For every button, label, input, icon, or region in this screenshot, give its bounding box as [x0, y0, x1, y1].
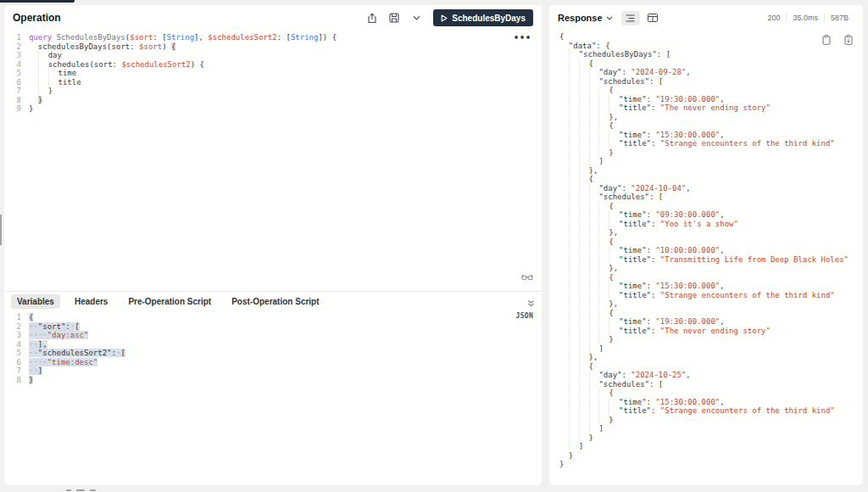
chevron-down-icon[interactable] — [408, 9, 425, 26]
tab-headers[interactable]: Headers — [69, 294, 114, 309]
run-operation-button[interactable]: SchedulesByDays — [433, 9, 533, 26]
run-operation-label: SchedulesByDays — [452, 14, 526, 23]
response-panel: Response 200 35.0ms 587B — [549, 5, 863, 485]
collapse-panel-icon[interactable] — [527, 295, 535, 310]
chevron-down-icon — [606, 16, 613, 20]
table-view-icon[interactable] — [643, 11, 662, 25]
bottom-bar-mark — [90, 489, 96, 491]
copy-icon[interactable] — [843, 34, 854, 46]
variables-editor[interactable]: JSON 1{2··"sort":·[3····"day:asc"4··],5·… — [4, 310, 542, 384]
response-corner-actions — [821, 34, 854, 46]
variables-code-lines: 1{2··"sort":·[3····"day:asc"4··],5··"sch… — [4, 313, 542, 384]
sidebar-drag-handle[interactable] — [0, 215, 2, 245]
tab-post-operation-script[interactable]: Post-Operation Script — [225, 294, 325, 309]
response-title: Response — [558, 13, 603, 23]
tab-variables[interactable]: Variables — [11, 294, 60, 309]
query-code-lines: 1query SchedulesByDays($sort: [String], … — [4, 33, 542, 114]
clipboard-icon[interactable] — [821, 34, 832, 46]
tab-pre-operation-script[interactable]: Pre-Operation Script — [122, 294, 217, 309]
status-code: 200 — [761, 14, 786, 22]
response-json-lines: { "data": { "schedulesByDays": [ { "day"… — [559, 32, 863, 469]
bottom-bar-mark — [76, 489, 85, 491]
language-badge: JSON — [516, 312, 533, 321]
bottom-bar-mark — [66, 489, 71, 491]
response-time: 35.0ms — [786, 14, 824, 22]
query-editor[interactable]: ••• 1query SchedulesByDays($sort: [Strin… — [4, 31, 542, 291]
operation-title: Operation — [13, 12, 61, 24]
response-body[interactable]: { "data": { "schedulesByDays": [ { "day"… — [549, 31, 863, 469]
operation-header: Operation SchedulesByDays — [4, 5, 542, 31]
prettify-icon[interactable] — [621, 11, 640, 25]
save-icon[interactable] — [386, 9, 403, 26]
play-icon — [441, 14, 448, 22]
glasses-icon[interactable] — [521, 273, 533, 283]
operation-panel: Operation SchedulesByDays ••• 1query Sch… — [4, 5, 542, 485]
response-stats: 200 35.0ms 587B — [761, 14, 854, 22]
editor-menu-icon[interactable]: ••• — [514, 34, 531, 43]
bottom-bar-fragment — [0, 485, 868, 492]
app-window: { "chrome": { "top_tab_fragment": "activ… — [0, 0, 868, 492]
response-dropdown[interactable]: Response — [558, 13, 613, 23]
share-icon[interactable] — [364, 9, 381, 26]
request-tabs: Variables Headers Pre-Operation Script P… — [4, 291, 542, 310]
response-header: Response 200 35.0ms 587B — [549, 5, 863, 31]
active-tab-indicator — [0, 0, 75, 3]
response-size: 587B — [824, 14, 854, 22]
